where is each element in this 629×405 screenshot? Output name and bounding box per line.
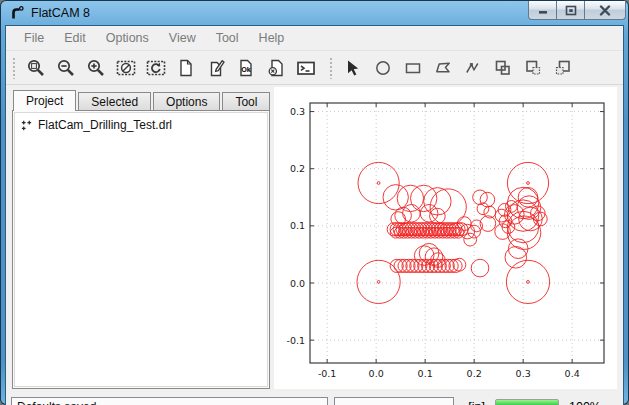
new-file-button[interactable]	[171, 54, 201, 82]
tab-tool[interactable]: Tool	[222, 92, 270, 110]
svg-text:0.3: 0.3	[290, 106, 305, 117]
tab-project[interactable]: Project	[13, 90, 76, 111]
svg-text:0.1: 0.1	[290, 220, 305, 231]
draw-polygon-icon	[433, 58, 453, 78]
content-area: ProjectSelectedOptionsTool FlatCam_Drill…	[6, 85, 623, 393]
tab-selected[interactable]: Selected	[78, 92, 151, 110]
svg-text:0.0: 0.0	[290, 278, 305, 289]
ok-file-icon: Ok	[236, 58, 256, 78]
toolbar-handle[interactable]	[329, 57, 334, 79]
maximize-button[interactable]	[556, 1, 585, 20]
delete-file-button[interactable]	[261, 54, 291, 82]
svg-text:-0.1: -0.1	[286, 335, 305, 346]
progress-percent-label: 100%	[565, 400, 601, 405]
status-message-field: Defaults saved.	[11, 397, 328, 405]
menu-item-view[interactable]: View	[159, 27, 206, 49]
menu-bar: FileEditOptionsViewToolHelp	[6, 26, 623, 51]
svg-text:0.1: 0.1	[418, 368, 433, 379]
delete-file-icon	[266, 58, 286, 78]
replot-button[interactable]	[141, 54, 171, 82]
ok-file-button[interactable]: Ok	[231, 54, 261, 82]
subtract-button[interactable]	[548, 54, 578, 82]
zoom-in-icon	[86, 58, 106, 78]
project-pane: FlatCam_Drilling_Test.drl	[12, 110, 270, 389]
svg-text:0.4: 0.4	[565, 368, 580, 379]
select-arrow-icon	[343, 58, 363, 78]
zoom-in-button[interactable]	[81, 54, 111, 82]
clear-plot-button[interactable]	[111, 54, 141, 82]
status-secondary-field	[334, 397, 454, 405]
draw-circle-icon	[373, 58, 393, 78]
menu-item-help[interactable]: Help	[249, 27, 295, 49]
subtract-icon	[553, 58, 573, 78]
window-body: FileEditOptionsViewToolHelp Ok ProjectSe…	[5, 25, 624, 405]
draw-path-icon	[463, 58, 483, 78]
project-tree[interactable]: FlatCam_Drilling_Test.drl	[14, 112, 268, 387]
flatcam-logo-icon	[9, 5, 26, 21]
minimize-button[interactable]	[528, 1, 557, 20]
union-icon	[493, 58, 513, 78]
svg-text:0.3: 0.3	[516, 368, 531, 379]
intersection-button[interactable]	[518, 54, 548, 82]
tree-item[interactable]: FlatCam_Drilling_Test.drl	[17, 116, 265, 134]
menu-item-file[interactable]: File	[14, 27, 54, 49]
window-title: FlatCAM 8	[31, 6, 90, 20]
open-edit-file-icon	[206, 58, 226, 78]
zoom-out-button[interactable]	[51, 54, 81, 82]
svg-text:0.0: 0.0	[369, 368, 384, 379]
draw-rectangle-icon	[403, 58, 423, 78]
progress-bar	[495, 399, 559, 405]
clear-plot-icon	[116, 58, 136, 78]
window-frame: FlatCAM 8 FileEditOpt	[1, 1, 628, 404]
draw-circle-button[interactable]	[368, 54, 398, 82]
union-button[interactable]	[488, 54, 518, 82]
menu-item-tool[interactable]: Tool	[206, 27, 249, 49]
svg-text:-0.1: -0.1	[318, 368, 337, 379]
tab-widget: ProjectSelectedOptionsTool FlatCam_Drill…	[12, 89, 270, 389]
close-button[interactable]	[584, 1, 626, 20]
draw-path-button[interactable]	[458, 54, 488, 82]
title-bar[interactable]: FlatCAM 8	[1, 1, 628, 25]
status-bar: Defaults saved. [in] 100%	[6, 393, 623, 405]
new-file-icon	[176, 58, 196, 78]
app-window: FlatCAM 8 FileEditOpt	[0, 0, 629, 405]
tree-item-label: FlatCam_Drilling_Test.drl	[38, 118, 172, 132]
drill-plot[interactable]: -0.10.00.10.20.30.4-0.10.00.10.20.3	[274, 87, 617, 389]
drill-file-icon	[20, 119, 33, 132]
svg-text:0.2: 0.2	[290, 163, 305, 174]
select-arrow-button[interactable]	[338, 54, 368, 82]
shell-icon	[296, 58, 316, 78]
tab-bar: ProjectSelectedOptionsTool	[12, 89, 270, 110]
toolbar: Ok	[6, 51, 623, 85]
intersection-icon	[523, 58, 543, 78]
draw-polygon-button[interactable]	[428, 54, 458, 82]
shell-button[interactable]	[291, 54, 321, 82]
window-controls	[529, 1, 626, 21]
plot-canvas[interactable]: -0.10.00.10.20.30.4-0.10.00.10.20.3	[274, 87, 617, 389]
zoom-out-icon	[56, 58, 76, 78]
toolbar-group-2	[327, 54, 578, 82]
menu-item-options[interactable]: Options	[96, 27, 159, 49]
svg-text:Ok: Ok	[241, 64, 251, 73]
units-label: [in]	[460, 400, 489, 405]
tab-options[interactable]: Options	[153, 92, 220, 110]
svg-text:0.2: 0.2	[467, 368, 482, 379]
draw-rectangle-button[interactable]	[398, 54, 428, 82]
replot-icon	[146, 58, 166, 78]
zoom-fit-icon	[26, 58, 46, 78]
menu-item-edit[interactable]: Edit	[54, 27, 96, 49]
toolbar-group-1: Ok	[10, 54, 321, 82]
zoom-fit-button[interactable]	[21, 54, 51, 82]
open-edit-file-button[interactable]	[201, 54, 231, 82]
toolbar-handle[interactable]	[12, 57, 17, 79]
